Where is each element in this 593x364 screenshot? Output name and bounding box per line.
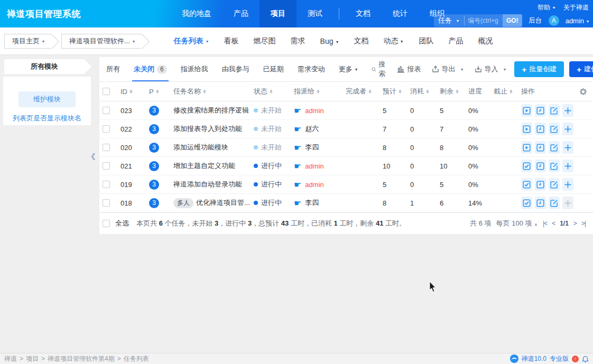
show-module-name-link[interactable]: 列表页是否显示模块名 xyxy=(13,114,81,123)
action-finish-button[interactable] xyxy=(521,178,532,191)
action-finish-button[interactable] xyxy=(521,197,532,209)
task-name-link[interactable]: 添加报表导入到处功能 xyxy=(173,124,242,134)
search-type-dropdown[interactable]: 任务▼ xyxy=(434,16,465,25)
assign-hand-icon[interactable]: ☛ xyxy=(294,124,301,134)
action-add-button[interactable] xyxy=(562,160,573,172)
assign-hand-icon[interactable]: ☛ xyxy=(294,161,301,171)
column-header-assignee[interactable]: 指派给▲▼ xyxy=(291,87,342,96)
filter-tab[interactable]: 更多▼ xyxy=(332,57,365,81)
action-start-button[interactable] xyxy=(521,141,532,154)
top-nav-item[interactable]: 文档 xyxy=(345,0,382,27)
action-start-button[interactable] xyxy=(521,123,532,135)
column-header-deadline[interactable]: 截止▲▼ xyxy=(490,87,518,96)
help-menu[interactable]: 帮助▼ xyxy=(538,3,556,12)
action-add-button[interactable] xyxy=(562,178,573,191)
project-menu-item[interactable]: 团队 xyxy=(411,36,441,46)
filter-tab[interactable]: 需求变动 xyxy=(291,57,332,81)
sidebar-collapse-icon[interactable]: ❮ xyxy=(90,152,96,160)
filter-tab[interactable]: 已延期 xyxy=(256,57,291,81)
row-checkbox[interactable] xyxy=(103,162,110,170)
sort-icon[interactable]: ▲▼ xyxy=(203,89,206,94)
search-input[interactable] xyxy=(465,17,503,24)
project-menu-item[interactable]: 燃尽图 xyxy=(246,36,283,46)
task-name-link[interactable]: 修改搜索结果的排序逻辑 xyxy=(173,106,249,115)
column-header-pri[interactable]: P▲▼ xyxy=(146,88,170,96)
select-all-checkbox[interactable] xyxy=(103,88,110,95)
sort-icon[interactable]: ▲▼ xyxy=(426,89,429,94)
action-add-button[interactable] xyxy=(562,104,573,117)
task-name-link[interactable]: 添加运维功能模块 xyxy=(173,143,228,152)
top-nav-item[interactable]: 测试 xyxy=(296,0,333,27)
column-header-id[interactable]: ID▲▼ xyxy=(117,88,146,96)
user-menu[interactable]: admin▼ xyxy=(566,17,590,25)
action-edit-button[interactable] xyxy=(549,104,560,117)
export-button[interactable]: 导出▼ xyxy=(429,64,467,74)
sort-icon[interactable]: ▲▼ xyxy=(156,89,159,94)
action-log-effort-button[interactable] xyxy=(535,160,546,172)
action-log-effort-button[interactable] xyxy=(535,197,546,209)
row-checkbox[interactable] xyxy=(103,107,110,114)
bell-icon[interactable] xyxy=(582,355,589,362)
first-page-button[interactable]: |< xyxy=(543,220,547,227)
breadcrumb-tab[interactable]: 项目主页▼ xyxy=(4,34,52,49)
project-menu-item[interactable]: 看板 xyxy=(217,36,246,46)
assignee-name[interactable]: 李四 xyxy=(305,143,319,152)
next-page-button[interactable]: > xyxy=(573,220,577,227)
sort-icon[interactable]: ▲▼ xyxy=(456,89,459,94)
column-header-name[interactable]: 任务名称▲▼ xyxy=(170,87,251,96)
project-menu-item[interactable]: 产品 xyxy=(441,36,470,46)
edition-link[interactable]: 专业版 xyxy=(550,354,569,363)
row-checkbox[interactable] xyxy=(103,181,110,188)
assignee-name[interactable]: admin xyxy=(305,107,323,115)
maintain-module-button[interactable]: 维护模块 xyxy=(18,91,76,107)
action-edit-button[interactable] xyxy=(549,197,560,209)
action-log-effort-button[interactable] xyxy=(535,141,546,154)
gear-icon[interactable] xyxy=(579,88,587,96)
assign-hand-icon[interactable]: ☛ xyxy=(294,143,301,153)
sidebar-tab-all-modules[interactable]: 所有模块 xyxy=(4,59,85,74)
project-menu-item[interactable]: 文档 xyxy=(346,36,376,46)
action-add-button[interactable] xyxy=(562,123,573,135)
select-all-label[interactable]: 全选 xyxy=(115,219,129,228)
action-edit-button[interactable] xyxy=(549,123,560,135)
breadcrumb-item[interactable]: 禅道项目管理软件第4期 xyxy=(48,354,115,363)
action-log-effort-button[interactable] xyxy=(535,104,546,117)
batch-create-button[interactable]: +批量创建 xyxy=(514,61,564,77)
task-name-link[interactable]: 优化禅道项目管... xyxy=(196,198,250,208)
action-finish-button[interactable] xyxy=(521,160,532,172)
filter-tab[interactable]: 指派给我 xyxy=(174,57,215,81)
project-menu-item[interactable]: 概况 xyxy=(470,36,500,46)
action-edit-button[interactable] xyxy=(549,178,560,191)
action-log-effort-button[interactable] xyxy=(535,123,546,135)
action-start-button[interactable] xyxy=(521,104,532,117)
prev-page-button[interactable]: < xyxy=(552,220,555,227)
action-edit-button[interactable] xyxy=(549,141,560,154)
breadcrumb-item[interactable]: 禅道 xyxy=(4,354,17,363)
sort-icon[interactable]: ▲▼ xyxy=(399,89,402,94)
version-link[interactable]: 禅道10.0 xyxy=(522,354,546,363)
project-menu-item[interactable]: 任务列表▼ xyxy=(166,36,217,46)
breadcrumb-tab[interactable]: 禅道项目管理软件...▼ xyxy=(61,34,142,49)
assign-hand-icon[interactable]: ☛ xyxy=(294,180,301,190)
row-checkbox[interactable] xyxy=(103,144,110,151)
sort-icon[interactable]: ▲▼ xyxy=(368,89,372,94)
breadcrumb-item[interactable]: 项目 xyxy=(26,354,39,363)
top-nav-item[interactable]: 产品 xyxy=(223,0,260,27)
assignee-name[interactable]: 赵六 xyxy=(305,124,319,134)
assignee-name[interactable]: 李四 xyxy=(305,198,319,208)
per-page[interactable]: 每页 100 项 ▲ xyxy=(496,219,538,228)
task-name-link[interactable]: 禅道添加自动登录功能 xyxy=(173,180,242,189)
about-link[interactable]: 关于禅道 xyxy=(563,3,589,12)
action-log-effort-button[interactable] xyxy=(535,178,546,191)
sort-icon[interactable]: ▲▼ xyxy=(270,89,273,94)
top-nav-item[interactable]: 我的地盘 xyxy=(171,0,223,27)
action-add-button[interactable] xyxy=(562,141,573,154)
assign-hand-icon[interactable]: ☛ xyxy=(294,198,301,208)
sort-icon[interactable]: ▲▼ xyxy=(317,89,320,94)
top-nav-item[interactable]: 项目 xyxy=(260,0,296,27)
assign-hand-icon[interactable]: ☛ xyxy=(294,106,301,116)
filter-tab[interactable]: 所有 xyxy=(99,57,127,81)
row-checkbox[interactable] xyxy=(103,199,110,207)
assignee-name[interactable]: admin xyxy=(305,162,323,170)
sort-icon[interactable]: ▲▼ xyxy=(509,89,513,94)
